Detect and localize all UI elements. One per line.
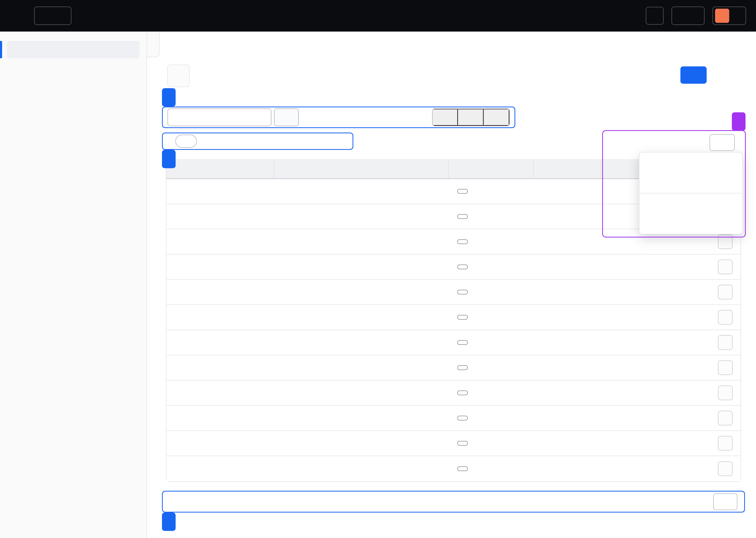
- add-user-button[interactable]: [680, 66, 707, 84]
- sidebar-item-billing[interactable]: [0, 257, 146, 277]
- clear-filters-link[interactable]: [204, 138, 212, 144]
- row-actions-button[interactable]: [718, 310, 732, 325]
- cell-projects: [533, 204, 601, 229]
- sidebar-item-settings[interactable]: [0, 277, 146, 297]
- refine-by-button[interactable]: [274, 108, 299, 126]
- auth-method-filter-dropdown[interactable]: [484, 109, 509, 126]
- menu-item-delete-users[interactable]: [639, 174, 742, 190]
- google-icon: [610, 187, 618, 195]
- sidebar: [0, 32, 147, 538]
- search-users-field[interactable]: [168, 108, 271, 126]
- ellipsis-icon: [722, 440, 729, 447]
- cell-auth-method: [601, 280, 698, 304]
- help-menu-button[interactable]: [672, 7, 705, 25]
- cell-auth-method: [601, 456, 698, 481]
- cell-projects: [533, 330, 601, 355]
- help-icon: [678, 12, 687, 20]
- ellipsis-icon: [722, 364, 729, 371]
- row-actions-button[interactable]: [718, 461, 732, 476]
- cell-email: [274, 179, 448, 204]
- dashboard-icon: [14, 45, 22, 54]
- github-icon: [610, 363, 618, 372]
- chevron-up-down-icon: [724, 498, 730, 505]
- cell-actions: [698, 406, 740, 430]
- cell-role: [448, 456, 533, 481]
- sidebar-collapse-button[interactable]: [147, 32, 160, 57]
- sidebar-item-boundary[interactable]: [0, 81, 146, 101]
- cell-email: [274, 330, 448, 355]
- row-actions-button[interactable]: [718, 411, 732, 425]
- row-actions-button[interactable]: [718, 335, 732, 350]
- previous-page-button[interactable]: [447, 494, 460, 510]
- ellipsis-icon: [722, 239, 729, 245]
- plus-icon: [688, 71, 695, 79]
- cell-projects: [533, 305, 601, 330]
- table-row: [166, 406, 740, 431]
- selection-toolbar: [612, 134, 735, 151]
- annotation-multi-selection: [732, 112, 745, 131]
- cell-name: [166, 229, 274, 254]
- global-search-button[interactable]: [646, 7, 664, 25]
- cell-email: [274, 204, 448, 229]
- cell-name: [166, 204, 274, 229]
- sidebar-item-packer[interactable]: [0, 121, 146, 141]
- table-row: [166, 280, 740, 305]
- ellipsis-icon: [722, 339, 729, 346]
- sidebar-item-waypoint[interactable]: [0, 181, 146, 200]
- actions-button[interactable]: [710, 134, 735, 151]
- vault-icon: [15, 146, 23, 155]
- google-icon: [610, 288, 618, 296]
- row-actions-button[interactable]: [718, 259, 732, 274]
- cell-role: [448, 381, 533, 405]
- sidebar-item-hashicorp-virtual-networks[interactable]: [0, 217, 146, 237]
- cell-role: [448, 204, 533, 229]
- cell-auth-method: [601, 355, 698, 380]
- edit-icon: [647, 161, 655, 169]
- role-filter-dropdown[interactable]: [433, 109, 458, 126]
- users-page-icon: [173, 70, 184, 81]
- credit-card-icon: [15, 263, 23, 271]
- double-chevron-left-icon: [149, 41, 157, 48]
- google-icon: [610, 212, 618, 221]
- sidebar-item-access-control-iam[interactable]: [0, 237, 146, 257]
- account-menu-button[interactable]: [712, 7, 746, 25]
- sidebar-item-vault[interactable]: [0, 141, 146, 161]
- row-actions-button[interactable]: [718, 436, 732, 451]
- table-row: [166, 330, 740, 355]
- column-header-projects[interactable]: [533, 159, 601, 179]
- cell-projects: [533, 456, 601, 481]
- document-icon: [41, 12, 49, 20]
- row-actions-button[interactable]: [718, 360, 732, 375]
- hashicorp-logo: [10, 8, 26, 24]
- google-icon: [610, 238, 618, 246]
- sidebar-item-overview[interactable]: [7, 41, 140, 58]
- cell-name: [166, 305, 274, 330]
- row-actions-button[interactable]: [718, 234, 732, 249]
- cell-auth-method: [601, 254, 698, 279]
- menu-item-edit-users[interactable]: [639, 157, 742, 174]
- cell-role: [448, 229, 533, 254]
- search-users-input[interactable]: [184, 113, 266, 122]
- cell-actions: [698, 456, 740, 481]
- cell-projects: [533, 406, 601, 430]
- items-per-page-select[interactable]: [713, 493, 737, 510]
- cell-name: [166, 330, 274, 355]
- row-actions-button[interactable]: [718, 386, 732, 400]
- menu-item-select-entire-data-set[interactable]: [639, 196, 742, 213]
- cell-actions: [698, 355, 740, 380]
- ellipsis-icon: [722, 314, 729, 320]
- sidebar-item-terraform[interactable]: [0, 161, 146, 181]
- project-switcher[interactable]: [34, 7, 72, 25]
- column-header-name[interactable]: [166, 159, 274, 179]
- row-actions-button[interactable]: [718, 285, 732, 299]
- filter-chip[interactable]: [175, 134, 197, 148]
- chevron-down-icon: [444, 114, 450, 120]
- projects-filter-dropdown[interactable]: [458, 109, 484, 126]
- sidebar-item-consul[interactable]: [0, 101, 146, 121]
- column-header-role[interactable]: [448, 159, 533, 179]
- menu-item-reset-selection[interactable]: [639, 213, 742, 230]
- column-header-email[interactable]: [274, 159, 448, 179]
- cell-actions: [698, 280, 740, 304]
- role-badge: [457, 340, 468, 345]
- role-badge: [457, 391, 468, 395]
